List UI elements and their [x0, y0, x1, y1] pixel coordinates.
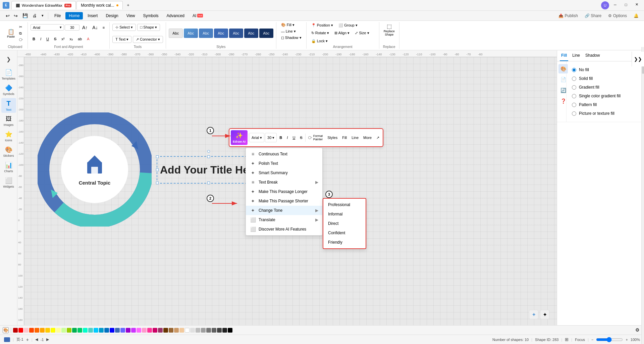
- shape-tool-button[interactable]: □ Shape ▾: [137, 24, 160, 31]
- ctx-translate[interactable]: ⬜ Translate ▶: [246, 215, 322, 225]
- canvas[interactable]: -450 -440 -430 -420 -410 -400 -390 -380 …: [17, 50, 557, 325]
- color-picker-button[interactable]: 🎨: [3, 327, 9, 333]
- toolbar-font-selector[interactable]: Arial ▾: [249, 133, 264, 142]
- rp-collapse-button[interactable]: ❯❯: [633, 54, 643, 64]
- ctx-change-tone[interactable]: ✦ Change Tone ▶: [246, 206, 322, 215]
- text-tool-button[interactable]: T Text ▾: [112, 36, 131, 43]
- color-swatch[interactable]: [126, 328, 130, 333]
- tab-monthly[interactable]: Monthly work cal...: [76, 1, 122, 9]
- color-swatch[interactable]: [110, 328, 114, 333]
- page-thumbnail[interactable]: [4, 337, 10, 342]
- zoom-slider[interactable]: [596, 337, 623, 342]
- menu-home[interactable]: Home: [65, 12, 83, 19]
- close-button[interactable]: ✕: [632, 1, 641, 8]
- page-label[interactable]: 页-1: [16, 337, 23, 342]
- sidebar-item-stickers[interactable]: 🎨 Stickers: [1, 144, 16, 159]
- publish-button[interactable]: 📤 Publish: [556, 12, 581, 19]
- color-swatch[interactable]: [190, 328, 195, 333]
- color-swatch[interactable]: [13, 328, 18, 333]
- font-shrink-button[interactable]: A↓: [90, 24, 100, 31]
- paste-button[interactable]: 📋Paste: [5, 28, 16, 39]
- color-swatch[interactable]: [51, 328, 55, 333]
- color-swatch[interactable]: [67, 328, 71, 333]
- color-swatch[interactable]: [169, 328, 173, 333]
- toolbar-strikethrough[interactable]: S: [298, 133, 304, 142]
- sidebar-item-text[interactable]: T Text: [1, 98, 16, 113]
- cut-button[interactable]: ✂: [17, 24, 25, 30]
- color-swatch[interactable]: [179, 328, 184, 333]
- shadow-tab[interactable]: Shadow: [584, 50, 601, 61]
- color-swatch[interactable]: [206, 328, 211, 333]
- sidebar-item-icons[interactable]: ⭐ Icons: [1, 129, 16, 144]
- select-tool-button[interactable]: ⊹ Select ▾: [112, 24, 136, 31]
- color-swatch[interactable]: [61, 328, 66, 333]
- toolbar-more[interactable]: More: [361, 133, 374, 142]
- color-swatch[interactable]: [18, 328, 23, 333]
- fill-button[interactable]: 🎨 Fill ▾: [279, 22, 297, 28]
- ctx-continuous-text[interactable]: ≡ Continuous Text: [246, 149, 322, 159]
- size-button[interactable]: ⤢ Size ▾: [353, 30, 371, 36]
- toolbar-format-painter[interactable]: ⧂ FormatPainter: [306, 133, 325, 142]
- zoom-out-button[interactable]: −: [591, 338, 593, 342]
- color-swatch[interactable]: [99, 328, 104, 333]
- toolbar-font-size[interactable]: 30 ▾: [265, 133, 277, 142]
- color-swatch[interactable]: [212, 328, 216, 333]
- replace-shape-button[interactable]: ⬚ ReplaceShape: [382, 22, 396, 37]
- style-4[interactable]: Abc: [214, 29, 228, 38]
- toolbar-italic[interactable]: I: [285, 133, 290, 142]
- group-button[interactable]: ⬜ Group ▾: [336, 22, 360, 28]
- strikethrough-button[interactable]: S: [52, 36, 58, 42]
- color-swatch[interactable]: [163, 328, 168, 333]
- color-swatch[interactable]: [35, 328, 39, 333]
- ctx-passage-shorter[interactable]: ✦ Make This Passage Shorter: [246, 196, 322, 206]
- color-swatch[interactable]: [45, 328, 50, 333]
- layout-icon[interactable]: ⊞: [565, 337, 569, 342]
- text-case-button[interactable]: ab: [76, 36, 84, 42]
- nav-left[interactable]: ◀: [35, 337, 38, 342]
- tone-confident[interactable]: Confident: [323, 228, 366, 238]
- align-button[interactable]: ≡: [101, 25, 107, 30]
- menu-ai[interactable]: AI hot: [189, 12, 206, 19]
- right-panel-scrollbar[interactable]: [641, 47, 644, 344]
- color-swatch[interactable]: [153, 328, 157, 333]
- color-swatch[interactable]: [72, 328, 77, 333]
- zoom-in-button[interactable]: +: [626, 338, 628, 342]
- focus-button[interactable]: Focus: [575, 338, 585, 342]
- style-1[interactable]: Abc: [169, 29, 183, 38]
- ctx-passage-longer[interactable]: ✦ Make This Passage Longer: [246, 187, 322, 196]
- fill-no-fill[interactable]: No fill: [571, 65, 640, 74]
- color-swatch[interactable]: [142, 328, 147, 333]
- copy-button[interactable]: ⧉: [17, 31, 25, 36]
- menu-design[interactable]: Design: [102, 12, 121, 19]
- style-7[interactable]: Abc: [259, 29, 273, 38]
- nav-right[interactable]: ▶: [46, 337, 49, 342]
- menu-view[interactable]: View: [123, 12, 139, 19]
- undo-button[interactable]: ↩: [4, 12, 11, 19]
- sidebar-item-templates[interactable]: 📄 Templates: [1, 67, 16, 82]
- style-3[interactable]: Abc: [199, 29, 213, 38]
- menu-file[interactable]: File: [51, 12, 64, 19]
- style-6[interactable]: Abc: [244, 29, 258, 38]
- font-size-field[interactable]: 30: [65, 24, 79, 31]
- color-swatch[interactable]: [24, 328, 29, 333]
- rotate-button[interactable]: ↻ Rotate ▾: [309, 30, 331, 36]
- tone-informal[interactable]: Informal: [323, 209, 366, 219]
- bold-button[interactable]: B: [31, 36, 37, 42]
- options-button[interactable]: ⚙ Options: [605, 12, 630, 19]
- color-swatch[interactable]: [40, 328, 45, 333]
- color-swatch[interactable]: [147, 328, 152, 333]
- sidebar-item-symbols[interactable]: 🔷 Symbols: [1, 83, 16, 97]
- fill-gradient[interactable]: Gradient fill: [571, 83, 640, 92]
- superscript-button[interactable]: x²: [59, 36, 66, 42]
- color-swatch[interactable]: [83, 328, 88, 333]
- toolbar-line[interactable]: Line: [350, 133, 361, 142]
- menu-insert[interactable]: Insert: [84, 12, 101, 19]
- color-swatch[interactable]: [131, 328, 136, 333]
- color-swatch[interactable]: [201, 328, 206, 333]
- color-swatch[interactable]: [137, 328, 141, 333]
- font-grow-button[interactable]: A↑: [80, 24, 90, 31]
- toolbar-underline[interactable]: U: [290, 133, 297, 142]
- more-button[interactable]: ▾: [40, 12, 45, 19]
- italic-button[interactable]: I: [38, 36, 43, 42]
- color-swatch[interactable]: [222, 328, 227, 333]
